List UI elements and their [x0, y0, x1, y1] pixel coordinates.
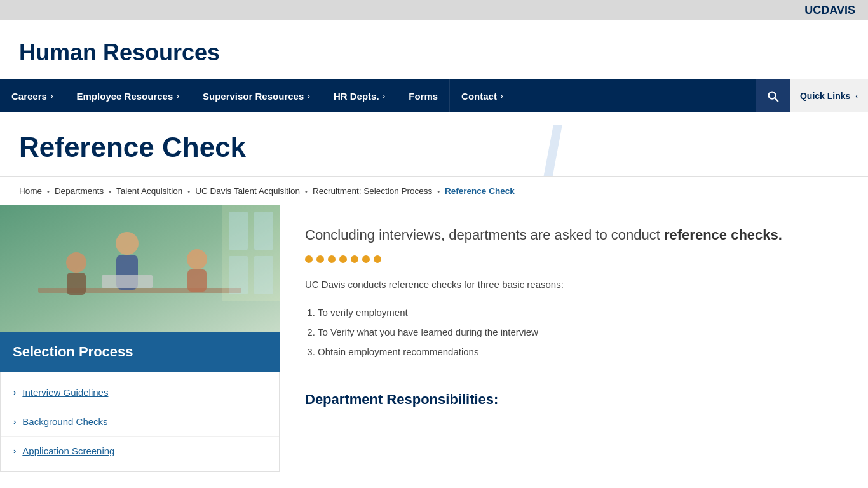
dot-6 [362, 255, 370, 263]
page-title: Reference Check [19, 132, 849, 163]
nav-item-careers[interactable]: Careers › [0, 79, 65, 112]
quick-links-label: Quick Links [800, 91, 850, 101]
nav-item-contact[interactable]: Contact › [450, 79, 515, 112]
sidebar-link-application-screening: › Application Screening [1, 437, 279, 465]
chevron-left-icon: ‹ [855, 92, 858, 100]
article-intro-bold: reference checks. [664, 227, 782, 243]
svg-rect-9 [102, 275, 153, 288]
svg-rect-6 [67, 273, 86, 295]
breadcrumb-departments[interactable]: Departments [55, 186, 104, 196]
link-interview-guidelines[interactable]: Interview Guidelines [22, 387, 108, 398]
breadcrumb-selection-process[interactable]: Recruitment: Selection Process [313, 186, 432, 196]
nav-label-supervisor-resources: Supervisor Resources [203, 91, 304, 102]
breadcrumb-sep-5: • [437, 187, 440, 195]
sidebar-title-bar: Selection Process [0, 332, 280, 372]
nav-label-careers: Careers [11, 91, 47, 102]
dot-7 [374, 255, 381, 263]
article-list: To verify employment To Verify what you … [318, 304, 843, 360]
search-icon [766, 89, 780, 103]
article: Concluding interviews, departments are a… [280, 205, 868, 472]
nav-item-supervisor-resources[interactable]: Supervisor Resources › [191, 79, 322, 112]
chevron-icon-employee: › [177, 92, 179, 100]
breadcrumb-home[interactable]: Home [19, 186, 42, 196]
chevron-icon-hr: › [383, 92, 386, 100]
logo-uc: UC [804, 4, 821, 17]
page-title-area: / Reference Check [0, 112, 868, 177]
search-button[interactable] [756, 79, 790, 112]
link-application-screening[interactable]: Application Screening [22, 445, 114, 456]
dot-2 [316, 255, 324, 263]
sidebar-title: Selection Process [13, 344, 133, 360]
main-content: Selection Process › Interview Guidelines… [0, 205, 868, 472]
nav-item-hr-depts[interactable]: HR Depts. › [322, 79, 397, 112]
list-item-1: To verify employment [318, 304, 843, 321]
site-header: Human Resources [0, 20, 868, 79]
breadcrumb: Home • Departments • Talent Acquisition … [0, 177, 868, 205]
dot-1 [305, 255, 313, 263]
nav-items: Careers › Employee Resources › Superviso… [0, 79, 756, 112]
logo-davis: DAVIS [821, 4, 855, 17]
dots-decoration [305, 255, 843, 263]
nav-item-employee-resources[interactable]: Employee Resources › [65, 79, 191, 112]
chevron-icon-background: › [13, 417, 16, 426]
chevron-icon-application: › [13, 446, 16, 456]
sidebar-links: › Interview Guidelines › Background Chec… [0, 372, 280, 472]
site-title: Human Resources [19, 39, 849, 66]
quick-links-button[interactable]: Quick Links ‹ [790, 79, 868, 112]
list-item-2: To Verify what you have learned during t… [318, 323, 843, 341]
svg-point-3 [116, 232, 139, 255]
article-intro-text: Concluding interviews, departments are a… [305, 227, 664, 243]
nav-item-forms[interactable]: Forms [397, 79, 450, 112]
chevron-icon-contact: › [501, 92, 503, 100]
nav-label-employee-resources: Employee Resources [77, 91, 173, 102]
svg-point-5 [66, 252, 86, 273]
breadcrumb-uc-davis-talent[interactable]: UC Davis Talent Acquisition [195, 186, 300, 196]
breadcrumb-sep-3: • [187, 187, 190, 195]
svg-rect-8 [187, 269, 207, 292]
article-section-title: Department Responsibilities: [305, 391, 843, 408]
svg-rect-11 [229, 212, 248, 250]
breadcrumb-current: Reference Check [445, 186, 515, 196]
nav-label-forms: Forms [409, 91, 438, 102]
list-item-3: Obtain employment recommendations [318, 343, 843, 360]
chevron-icon-interview: › [13, 388, 16, 397]
sidebar-image [0, 205, 280, 332]
chevron-icon-careers: › [51, 92, 53, 100]
nav-label-hr-depts: HR Depts. [334, 91, 379, 102]
chevron-icon-supervisor: › [308, 92, 310, 100]
breadcrumb-sep-2: • [109, 187, 111, 195]
uc-davis-logo: UCDAVIS [804, 4, 855, 17]
sidebar-link-interview-guidelines: › Interview Guidelines [1, 378, 279, 407]
sidebar-link-background-checks: › Background Checks [1, 407, 279, 437]
main-nav: Careers › Employee Resources › Superviso… [0, 79, 868, 112]
svg-rect-13 [229, 256, 248, 294]
sidebar: Selection Process › Interview Guidelines… [0, 205, 280, 472]
top-bar: UCDAVIS [0, 0, 868, 20]
dot-5 [351, 255, 358, 263]
breadcrumb-sep-1: • [47, 187, 50, 195]
article-divider [305, 376, 843, 376]
svg-rect-14 [254, 256, 273, 294]
dot-4 [339, 255, 347, 263]
sidebar-image-svg [0, 205, 280, 332]
svg-rect-12 [254, 212, 273, 250]
breadcrumb-talent-acquisition[interactable]: Talent Acquisition [116, 186, 182, 196]
article-body-intro: UC Davis conducts reference checks for t… [305, 277, 843, 292]
article-intro: Concluding interviews, departments are a… [305, 224, 843, 245]
breadcrumb-sep-4: • [305, 187, 308, 195]
nav-label-contact: Contact [461, 91, 497, 102]
dot-3 [328, 255, 336, 263]
svg-point-7 [187, 249, 207, 269]
link-background-checks[interactable]: Background Checks [22, 416, 107, 427]
